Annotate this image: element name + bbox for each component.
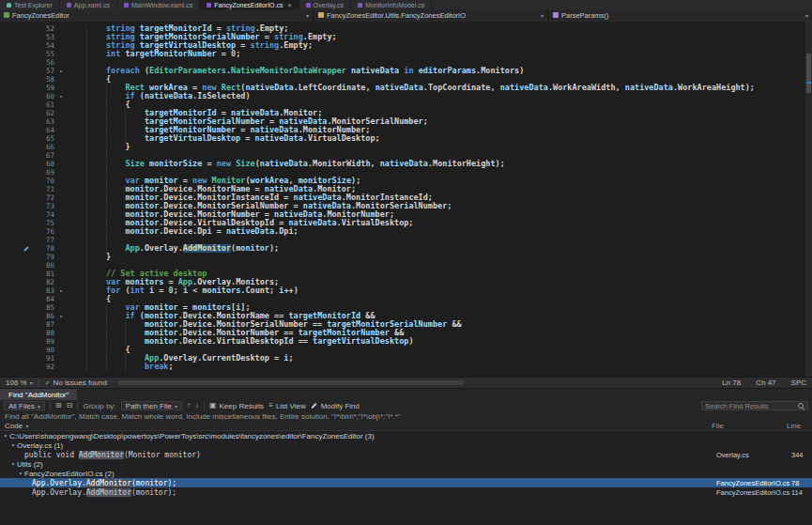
code-line-81[interactable]: 81 // Set active desktop	[0, 270, 812, 278]
find-result-leaf[interactable]: public void AddMonitor(Monitor monitor)O…	[0, 450, 812, 459]
breakpoint-margin	[0, 185, 32, 193]
code-line-89[interactable]: 89 monitor.Device.VirtualDesktopId == ta…	[0, 337, 812, 346]
code-line-85[interactable]: 85 var monitor = monitors[i];	[0, 303, 812, 312]
code-line-56[interactable]: 56	[0, 58, 812, 67]
find-result-leaf[interactable]: App.Overlay.AddMonitor(monitor);FancyZon…	[0, 487, 812, 497]
code-line-66[interactable]: 66 }	[0, 143, 812, 151]
fold-chevron-icon[interactable]: ▾	[54, 312, 68, 320]
tab-fancyzoneseditorio-cs[interactable]: FancyZonesEditorIO.cs×	[200, 0, 299, 9]
modify-find-button[interactable]: Modify Find	[311, 402, 360, 410]
horizontal-scrollbar[interactable]	[113, 379, 707, 386]
code-line-79[interactable]: 79 }	[0, 253, 812, 261]
scrollbar-thumb[interactable]	[806, 54, 811, 93]
code-line-58[interactable]: 58 {	[0, 75, 812, 84]
code-line-84[interactable]: 84 {	[0, 295, 812, 303]
expand-all-icon[interactable]: ⊞	[55, 401, 62, 410]
code-line-53[interactable]: 53 string targetMonitorSerialNumber = st…	[0, 33, 812, 41]
group-by-dropdown[interactable]: Path then File ▾	[121, 401, 182, 410]
scope-dropdown[interactable]: All Files ▾	[4, 401, 45, 410]
find-result-group[interactable]: ▾FancyZonesEditorIO.cs (2)	[0, 469, 812, 478]
editor-vertical-scrollbar[interactable]	[805, 22, 812, 377]
code-line-88[interactable]: 88 monitor.Device.MonitorNumber == targe…	[0, 329, 812, 337]
code-line-61[interactable]: 61 {	[0, 100, 812, 109]
expand-chevron-icon[interactable]: ▾	[9, 442, 17, 448]
tab-app-xaml-cs[interactable]: App.xaml.cs	[60, 0, 117, 9]
code-line-83[interactable]: 83▾ for (int i = 0; i < monitors.Count; …	[0, 286, 812, 295]
code-line-92[interactable]: 92 break;	[0, 363, 812, 371]
code-text	[68, 151, 812, 160]
tab-test-explorer[interactable]: Test Explorer	[0, 0, 60, 9]
code-line-76[interactable]: 76 monitor.Device.Dpi = nativeData.Dpi;	[0, 227, 812, 236]
keep-results-toggle[interactable]: ▣ Keep Results	[209, 401, 264, 410]
expand-chevron-icon[interactable]: ▾	[17, 471, 24, 476]
code-line-70[interactable]: 70 var monitor = new Monitor(workArea, m…	[0, 177, 812, 185]
code-line-86[interactable]: 86▾ if (monitor.Device.MonitorName == ta…	[0, 312, 812, 320]
tab-label: FancyZonesEditorIO.cs	[214, 2, 283, 8]
code-line-80[interactable]: 80	[0, 261, 812, 270]
member-dropdown[interactable]: ParseParams() ▾	[549, 9, 812, 21]
code-line-68[interactable]: 68 Size monitorSize = new Size(nativeDat…	[0, 160, 812, 168]
code-line-54[interactable]: 54 string targetVirtualDesktop = string.…	[0, 41, 812, 50]
result-text: App.Overlay.AddMonitor(monitor);	[32, 479, 176, 487]
type-dropdown[interactable]: FancyZonesEditor.Utils.FancyZonesEditorI…	[314, 9, 547, 21]
code-line-87[interactable]: 87 monitor.Device.MonitorSerialNumber ==…	[0, 320, 812, 329]
code-line-59[interactable]: 59 Rect workArea = new Rect(nativeData.L…	[0, 84, 812, 92]
code-line-52[interactable]: 52 string targetMonitorId = string.Empty…	[0, 24, 812, 33]
code-line-77[interactable]: 77	[0, 236, 812, 244]
code-line-71[interactable]: 71 monitor.Device.MonitorName = nativeDa…	[0, 185, 812, 193]
fold-chevron-icon[interactable]: ▾	[54, 92, 68, 100]
code-line-57[interactable]: 57▾ foreach (EditorParameters.NativeMoni…	[0, 67, 812, 75]
code-line-72[interactable]: 72 monitor.Device.MonitorInstanceId = na…	[0, 193, 812, 202]
document-health-indicator[interactable]: ✓ No issues found	[45, 378, 107, 387]
zoom-select[interactable]: 106 % ▾	[6, 378, 33, 387]
search-input[interactable]	[705, 402, 796, 410]
expand-chevron-icon[interactable]: ▾	[2, 433, 9, 439]
code-line-91[interactable]: 91 App.Overlay.CurrentDesktop = i;	[0, 354, 812, 363]
code-editor[interactable]: 52 string targetMonitorId = string.Empty…	[0, 22, 812, 377]
code-line-75[interactable]: 75 monitor.Device.VirtualDesktopId = nat…	[0, 219, 812, 227]
find-result-group[interactable]: ▾Overlay.cs (1)	[0, 440, 812, 450]
scrollbar-thumb[interactable]	[118, 380, 463, 385]
expand-chevron-icon[interactable]: ▾	[9, 461, 17, 467]
code-line-63[interactable]: 63 targetMonitorSerialNumber = nativeDat…	[0, 117, 812, 126]
list-view-toggle[interactable]: ≡ List View	[268, 401, 306, 410]
close-icon[interactable]: ×	[287, 2, 291, 8]
next-result-icon[interactable]: ↓	[195, 401, 199, 410]
code-line-67[interactable]: 67	[0, 151, 812, 160]
code-line-69[interactable]: 69	[0, 168, 812, 177]
file-column-header[interactable]: File	[712, 422, 787, 430]
find-result-group[interactable]: ▾Utils (2)	[0, 459, 812, 469]
code-line-78[interactable]: 78 App.Overlay.AddMonitor(monitor);	[0, 244, 812, 253]
tab-overlay-cs[interactable]: Overlay.cs	[299, 0, 352, 9]
search-find-results-box[interactable]	[701, 401, 808, 410]
code-line-62[interactable]: 62 targetMonitorId = nativeData.Monitor;	[0, 109, 812, 117]
line-column-header[interactable]: Line	[787, 422, 807, 430]
line-number: 85	[32, 303, 54, 312]
code-line-65[interactable]: 65 targetVirtualDesktop = nativeData.Vir…	[0, 134, 812, 143]
tab-mainwindow-xaml-cs[interactable]: MainWindow.xaml.cs	[117, 0, 200, 9]
code-line-60[interactable]: 60▾ if (nativeData.IsSelected)	[0, 92, 812, 100]
code-line-82[interactable]: 82 var monitors = App.Overlay.Monitors;	[0, 278, 812, 286]
csharp-icon	[358, 3, 362, 8]
code-line-74[interactable]: 74 monitor.Device.MonitorNumber = native…	[0, 210, 812, 219]
code-filter-dropdown[interactable]: Code ▾	[5, 422, 28, 430]
find-results-tab[interactable]: Find "AddMonitor"	[0, 389, 77, 400]
line-number: 71	[32, 185, 54, 193]
code-line-73[interactable]: 73 monitor.Device.MonitorSerialNumber = …	[0, 202, 812, 210]
find-result-group[interactable]: ▾C:\Users\shaopengwang\Desktop\powertoys…	[0, 431, 812, 440]
code-line-90[interactable]: 90 {	[0, 346, 812, 354]
code-text	[68, 58, 812, 67]
previous-result-icon[interactable]: ↑	[187, 401, 191, 410]
code-text: break;	[68, 363, 812, 371]
result-file: FancyZonesEditorIO.cs	[716, 488, 791, 497]
project-dropdown[interactable]: FancyZonesEditor ▾	[0, 9, 313, 21]
code-line-55[interactable]: 55 int targetMonitorNumber = 0;	[0, 50, 812, 58]
fold-chevron-icon[interactable]: ▾	[54, 67, 68, 75]
fold-chevron-icon[interactable]: ▾	[54, 286, 68, 295]
spaces-indicator[interactable]: SPC	[791, 378, 806, 387]
tab-monitorinfomodel-cs[interactable]: MonitorInfoModel.cs	[351, 0, 432, 9]
collapse-all-icon[interactable]: ⊟	[67, 401, 73, 410]
code-line-64[interactable]: 64 targetMonitorNumber = nativeData.Moni…	[0, 126, 812, 134]
find-result-leaf[interactable]: App.Overlay.AddMonitor(monitor);FancyZon…	[0, 478, 812, 487]
breakpoint-margin	[0, 270, 32, 278]
